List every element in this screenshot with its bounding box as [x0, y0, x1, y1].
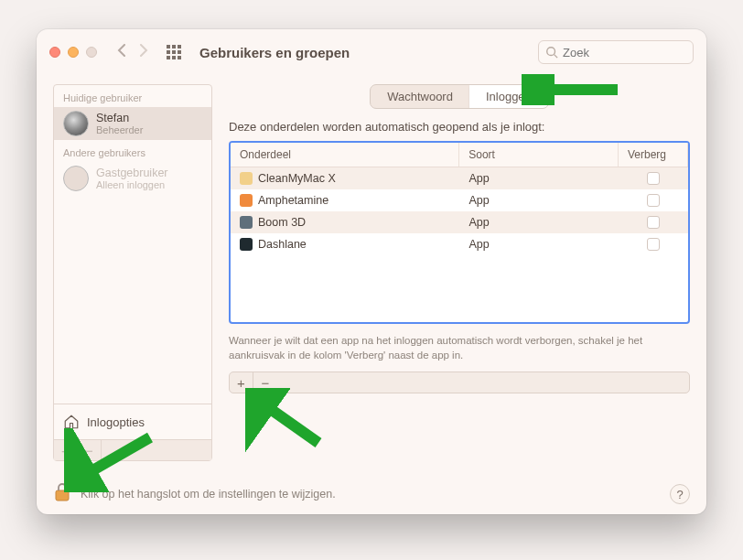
col-item[interactable]: Onderdeel [231, 143, 459, 167]
app-name: Dashlane [258, 238, 307, 251]
login-items-instruction: Deze onderdelen worden automatisch geope… [229, 120, 690, 134]
svg-point-0 [547, 48, 555, 56]
remove-user-button[interactable]: − [78, 440, 102, 460]
hide-note: Wanneer je wilt dat een app na het inlog… [229, 333, 690, 362]
add-login-item-button[interactable]: + [230, 372, 253, 393]
app-name: Amphetamine [258, 194, 328, 207]
avatar-icon [63, 166, 89, 191]
add-user-button[interactable]: + [54, 440, 78, 460]
sidebar-section-others: Andere gebruikers [54, 140, 211, 162]
app-icon [240, 172, 253, 185]
user-role: Beheerder [96, 124, 143, 135]
app-kind: App [459, 238, 619, 251]
help-button[interactable]: ? [670, 484, 690, 504]
table-row[interactable]: AmphetamineApp [231, 189, 688, 211]
table-row[interactable]: CleanMyMac XApp [231, 167, 688, 189]
zoom-window-button[interactable] [86, 47, 97, 58]
col-hide[interactable]: Verberg [619, 143, 688, 167]
hide-checkbox[interactable] [647, 238, 660, 251]
window-controls [49, 47, 97, 58]
show-all-icon[interactable] [167, 45, 181, 59]
house-icon [63, 414, 80, 430]
titlebar: Gebruikers en groepen [37, 29, 706, 75]
forward-button[interactable] [139, 44, 148, 60]
sidebar-user-guest[interactable]: Gastgebruiker Alleen inloggen [54, 162, 211, 195]
tab-login[interactable]: Inloggen [469, 85, 548, 108]
user-name: Stefan [96, 112, 143, 124]
search-input[interactable] [538, 40, 694, 64]
login-options-label: Inlogopties [87, 415, 145, 429]
login-items-add-remove: + − [229, 372, 690, 393]
avatar-icon [63, 111, 89, 136]
main-panel: Wachtwoord Inloggen Deze onderdelen word… [229, 84, 690, 461]
table-row[interactable]: DashlaneApp [231, 233, 688, 255]
login-options-row[interactable]: Inlogopties [54, 404, 211, 439]
table-row[interactable]: Boom 3DApp [231, 211, 688, 233]
back-button[interactable] [117, 44, 126, 60]
tab-bar: Wachtwoord Inloggen [370, 84, 549, 109]
app-icon [240, 238, 253, 251]
sidebar-add-remove: + − [54, 439, 211, 460]
table-header: Onderdeel Soort Verberg [231, 143, 688, 167]
search-icon [545, 46, 558, 59]
hide-checkbox[interactable] [647, 194, 660, 207]
app-kind: App [459, 172, 619, 185]
hide-checkbox[interactable] [647, 216, 660, 229]
svg-rect-5 [56, 490, 69, 501]
users-sidebar: Huidige gebruiker Stefan Beheerder Ander… [53, 84, 212, 461]
svg-line-1 [555, 55, 558, 59]
close-window-button[interactable] [49, 47, 60, 58]
app-kind: App [459, 194, 619, 207]
user-role: Alleen inloggen [96, 179, 168, 190]
content-area: Huidige gebruiker Stefan Beheerder Ander… [37, 75, 706, 474]
app-name: Boom 3D [258, 216, 306, 229]
remove-login-item-button[interactable]: − [253, 372, 277, 393]
col-kind[interactable]: Soort [459, 143, 619, 167]
sidebar-user-stefan[interactable]: Stefan Beheerder [54, 107, 211, 140]
sidebar-section-current: Huidige gebruiker [54, 85, 211, 107]
preferences-window: Gebruikers en groepen Huidige gebruiker … [37, 29, 706, 514]
lock-text: Klik op het hangslot om de instellingen … [81, 488, 336, 501]
search-field-wrap [538, 40, 694, 64]
app-icon [240, 216, 253, 229]
window-title: Gebruikers en groepen [199, 45, 350, 60]
user-name: Gastgebruiker [96, 167, 168, 179]
footer: Klik op het hangslot om de instellingen … [37, 474, 706, 514]
app-icon [240, 194, 253, 207]
nav-buttons [117, 44, 148, 60]
hide-checkbox[interactable] [647, 172, 660, 185]
minimize-window-button[interactable] [68, 47, 79, 58]
login-items-table: Onderdeel Soort Verberg CleanMyMac XAppA… [229, 141, 690, 324]
app-name: CleanMyMac X [258, 172, 336, 185]
tab-password[interactable]: Wachtwoord [371, 85, 469, 108]
table-body: CleanMyMac XAppAmphetamineAppBoom 3DAppD… [231, 167, 688, 255]
app-kind: App [459, 216, 619, 229]
lock-icon[interactable] [53, 482, 71, 506]
